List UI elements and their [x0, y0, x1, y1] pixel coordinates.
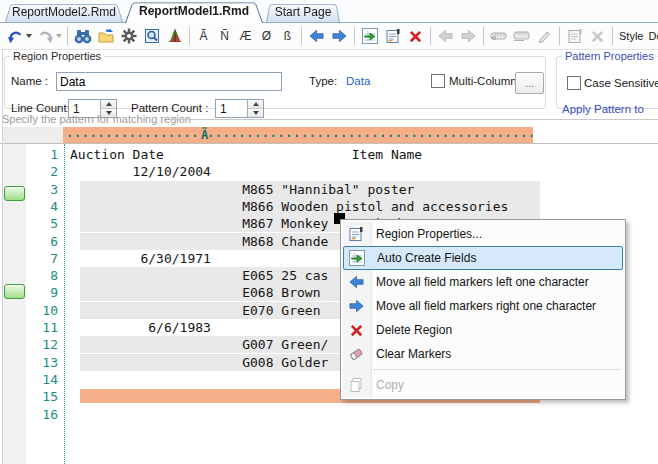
- line-text[interactable]: G007 Green/: [70, 336, 328, 353]
- pattern-properties-title: Pattern Properties: [562, 50, 657, 62]
- line-text[interactable]: Auction Date Item Name: [70, 146, 422, 163]
- menu-item-move-markers-left[interactable]: Move all field markers left one characte…: [343, 270, 623, 294]
- line-number: 10: [0, 302, 58, 319]
- line-text[interactable]: 12/10/2004: [70, 163, 211, 180]
- draw-pencil-button[interactable]: [534, 25, 555, 47]
- context-menu: Region Properties... Auto Create Fields …: [340, 219, 626, 400]
- line-number: 15: [0, 388, 58, 405]
- red-x-icon: [408, 29, 423, 44]
- report-line[interactable]: 4 M866 Wooden pistol and accessories: [0, 198, 658, 215]
- app-window: ReportModel2.Rmd ReportModel1.Rmd Start …: [0, 0, 658, 464]
- blue-arrow-left-icon: [348, 274, 364, 290]
- region-name-input[interactable]: [56, 72, 282, 91]
- undo-button[interactable]: [5, 25, 33, 47]
- line-number: 13: [0, 354, 58, 371]
- menu-item-clear-markers[interactable]: Clear Markers: [343, 342, 623, 366]
- line-number: 2: [0, 163, 58, 180]
- name-label: Name :: [11, 75, 48, 87]
- region-properties-title: Region Properties: [10, 50, 104, 62]
- find-button[interactable]: [72, 25, 93, 47]
- char-button-ae[interactable]: Æ: [236, 25, 255, 47]
- gray-arrow-right-icon: [461, 29, 476, 43]
- ruler-gutter: [2, 127, 63, 143]
- panel-left-border: [2, 50, 3, 464]
- multi-column-checkbox[interactable]: [431, 74, 445, 88]
- tab-label: ReportModel2.Rmd: [5, 2, 123, 22]
- case-sensitive-checkbox[interactable]: [567, 76, 581, 90]
- gray-arrow-left-button[interactable]: [435, 25, 456, 47]
- line-number: 11: [0, 319, 58, 336]
- case-sensitive-label: Case Sensitive: [584, 77, 658, 89]
- type-value-link[interactable]: Data: [346, 75, 370, 87]
- pattern-hint-text: Specify the pattern for matching region: [2, 113, 191, 125]
- gray-document-icon: [567, 28, 583, 44]
- menu-item-region-properties[interactable]: Region Properties...: [343, 222, 623, 246]
- move-markers-left-button[interactable]: [306, 25, 327, 47]
- line-text[interactable]: M865 "Hannibal" poster: [70, 181, 414, 198]
- delete-region-button[interactable]: [405, 25, 426, 47]
- report-line[interactable]: 2 12/10/2004: [0, 163, 658, 180]
- line-number: 4: [0, 198, 58, 215]
- tab-start-page[interactable]: Start Page: [266, 2, 340, 22]
- auto-create-fields-button[interactable]: [359, 25, 380, 47]
- field-properties-button[interactable]: [564, 25, 585, 47]
- line-text[interactable]: E065 25 cas: [70, 267, 328, 284]
- statistics-button[interactable]: [164, 25, 185, 47]
- line-text[interactable]: M868 Chande: [70, 233, 328, 250]
- preview-button[interactable]: [141, 25, 162, 47]
- line-text[interactable]: E068 Brown: [70, 284, 320, 301]
- report-line[interactable]: 1 Auction Date Item Name: [0, 146, 658, 163]
- auto-create-fields-icon: [349, 250, 365, 266]
- move-markers-right-button[interactable]: [329, 25, 350, 47]
- line-text[interactable]: E070 Green: [70, 302, 320, 319]
- gray-arrow-right-button[interactable]: [458, 25, 479, 47]
- char-button-n-tilde[interactable]: Ñ: [215, 25, 234, 47]
- toolbar-separator: [189, 27, 190, 45]
- line-text[interactable]: 6/6/1983: [70, 319, 211, 336]
- char-button-a-tilde[interactable]: Ã: [194, 25, 213, 47]
- char-label: Ã: [199, 29, 207, 43]
- pattern-char[interactable]: Ã: [200, 127, 209, 143]
- menu-item-auto-create-fields[interactable]: Auto Create Fields: [343, 246, 623, 270]
- ruler-button[interactable]: [488, 25, 509, 47]
- spin-up-button[interactable]: [248, 100, 263, 109]
- delete-field-button[interactable]: [587, 25, 608, 47]
- browse-button[interactable]: ...: [515, 72, 544, 94]
- menu-item-delete-region[interactable]: Delete Region: [343, 318, 623, 342]
- menu-item-copy[interactable]: Copy: [343, 373, 623, 397]
- line-text[interactable]: M866 Wooden pistol and accessories: [70, 198, 508, 215]
- toolbar-separator: [430, 27, 431, 45]
- region-properties-button[interactable]: [382, 25, 403, 47]
- line-number: 1: [0, 146, 58, 163]
- menu-item-label: Clear Markers: [376, 347, 451, 361]
- report-line[interactable]: 3 M865 "Hannibal" poster: [0, 181, 658, 198]
- toolbar-separator: [301, 27, 302, 45]
- histogram-icon: [167, 28, 183, 44]
- char-button-eszett[interactable]: ß: [278, 25, 297, 47]
- blue-arrow-right-icon: [332, 29, 347, 43]
- report-line[interactable]: 16: [0, 406, 658, 423]
- import-report-button[interactable]: [95, 25, 116, 47]
- toolbar-separator: [612, 27, 613, 45]
- pattern-bar[interactable]: Ã: [63, 127, 533, 144]
- redo-dropdown-caret[interactable]: [56, 34, 62, 38]
- style-dropdown[interactable]: Defa: [648, 30, 658, 42]
- gray-arrow-left-icon: [438, 29, 453, 43]
- pencil-icon: [537, 29, 552, 43]
- settings-button[interactable]: [118, 25, 139, 47]
- tab-reportmodel2[interactable]: ReportModel2.Rmd: [5, 2, 123, 22]
- spin-up-button[interactable]: [101, 100, 116, 109]
- line-text[interactable]: 6/30/1971: [70, 250, 211, 267]
- undo-dropdown-caret[interactable]: [26, 34, 32, 38]
- menu-item-move-markers-right[interactable]: Move all field markers right one charact…: [343, 294, 623, 318]
- line-text[interactable]: G008 Golder: [70, 354, 328, 371]
- char-label: Æ: [240, 29, 252, 43]
- char-button-o-slash[interactable]: Ø: [257, 25, 276, 47]
- tab-reportmodel1[interactable]: ReportModel1.Rmd: [125, 0, 263, 23]
- type-label: Type:: [309, 75, 337, 87]
- redo-button[interactable]: [35, 25, 63, 47]
- toolbar-separator: [67, 27, 68, 45]
- redo-icon: [37, 28, 54, 44]
- line-number: 12: [0, 336, 58, 353]
- measure-button[interactable]: [511, 25, 532, 47]
